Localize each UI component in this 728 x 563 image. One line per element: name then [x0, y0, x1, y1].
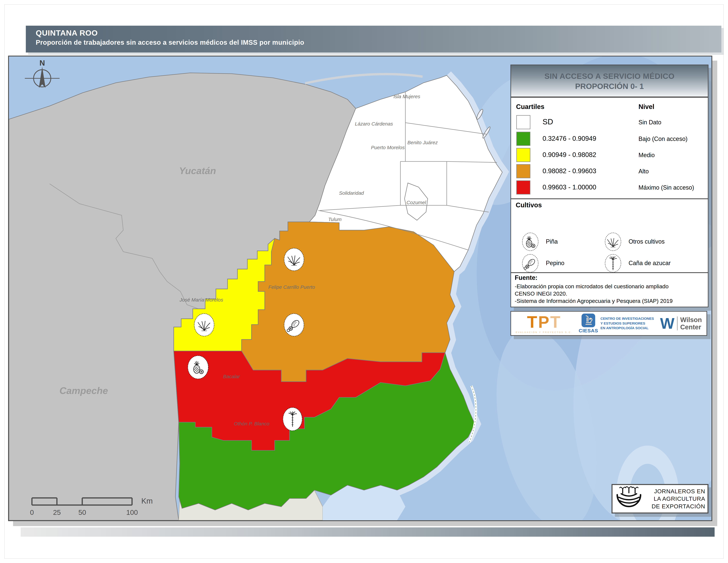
- muni-label-jose-maria-morelos: José María Morelos: [179, 297, 223, 303]
- other-crops-icon: [284, 248, 304, 271]
- wilson-line: Center: [680, 324, 702, 331]
- page-subtitle: Proporción de trabajadores sin acceso a …: [26, 37, 721, 46]
- divider: [511, 272, 708, 273]
- muni-label-tulum: Tulum: [328, 216, 341, 222]
- legend-level: Bajo (Con acceso): [638, 135, 687, 142]
- muni-label-isla-mujeres: Isla Mujeres: [393, 94, 420, 99]
- wilson-monogram: W: [660, 316, 674, 331]
- muni-label-cozumel: Cozumel: [407, 200, 426, 205]
- cultivo-label-pina: Piña: [546, 238, 558, 245]
- other-crops-icon: [604, 232, 622, 251]
- page-title: QUINTANA ROO: [26, 26, 721, 37]
- muni-label-benito-juarez: Benito Juárez: [407, 140, 438, 145]
- muni-label-felipe-carrillo-puerto: Felipe Carrillo Puerto: [268, 284, 315, 290]
- legend-range: 0.90949 - 0.98082: [543, 151, 596, 158]
- swatch-sd: [516, 115, 531, 129]
- cucumber-icon: [284, 314, 304, 336]
- legend-title-line1: SIN ACCESO A SERVICIO MÉDICO: [511, 71, 708, 81]
- legend-range: SD: [543, 117, 553, 126]
- cultivo-label-cana: Caña de azucar: [629, 259, 671, 266]
- cucumber-icon: [521, 254, 540, 272]
- wilson-text: Wilson Center: [680, 316, 702, 331]
- swatch-medio: [516, 148, 531, 162]
- cultivo-label-otros: Otros cultivos: [629, 238, 665, 245]
- fuente-line: -Elaboración propia con microdatos del c…: [515, 283, 669, 290]
- muni-label-puerto-morelos: Puerto Morelos: [371, 145, 405, 150]
- pineapple-icon: [188, 356, 208, 379]
- legend-range: 0.32476 - 0.90949: [543, 135, 596, 142]
- ciesas-logo: CIESAS CENTRO DE INVESTIGACIONES Y ESTUD…: [579, 313, 654, 334]
- wilson-center-logo: W Wilson Center: [660, 316, 702, 331]
- title-bar: QUINTANA ROO Proporción de trabajadores …: [26, 26, 721, 52]
- divider: [511, 198, 708, 199]
- jornaleros-line: LA AGRICULTURA: [645, 495, 705, 503]
- cultivo-label-pepino: Pepino: [546, 259, 564, 266]
- jornaleros-logo-box: JORNALEROS EN LA AGRICULTURA DE EXPORTAC…: [612, 484, 708, 514]
- cultivos-row-1: Piña Otros cultivos: [511, 232, 708, 252]
- scale-tick-0: 0: [30, 509, 34, 516]
- muni-label-solidaridad: Solidaridad: [339, 190, 364, 196]
- legend-level: Alto: [638, 168, 649, 175]
- ciesas-line: Y ESTUDIOS SUPERIORES: [600, 321, 654, 326]
- legend-row-sd: SD Sin Dato: [511, 115, 708, 130]
- fuente-title: Fuente:: [515, 274, 537, 282]
- other-crops-icon: [194, 314, 214, 336]
- legend-range: 0.99603 - 1.00000: [543, 183, 596, 191]
- legend-level: Medio: [638, 152, 655, 159]
- ciesas-icon: [581, 313, 595, 328]
- swatch-alto: [516, 164, 531, 178]
- jornaleros-text: JORNALEROS EN LA AGRICULTURA DE EXPORTAC…: [645, 488, 705, 510]
- cultivos-title: Cultivos: [516, 201, 542, 209]
- tpt-logo: TPT EVALUACIÓN Y PROYECTOS S.C.: [516, 314, 573, 333]
- ciesas-line: CENTRO DE INVESTIGACIONES: [600, 316, 654, 321]
- bottom-gradient-bar: [21, 527, 715, 537]
- jornaleros-field-icon: [615, 486, 643, 511]
- legend-col-level: Nivel: [638, 103, 654, 110]
- muni-label-lazaro-cardenas: Lázaro Cárdenas: [355, 121, 393, 126]
- swatch-maximo: [516, 180, 531, 195]
- logos-box: TPT EVALUACIÓN Y PROYECTOS S.C. CIESAS C…: [510, 311, 707, 336]
- ciesas-text: CENTRO DE INVESTIGACIONES Y ESTUDIOS SUP…: [600, 316, 654, 330]
- swatch-bajo: [516, 131, 531, 146]
- scale-tick-50: 50: [78, 509, 86, 516]
- state-label-yucatan: Yucatán: [179, 165, 216, 176]
- pineapple-icon: [521, 232, 540, 251]
- wilson-line: Wilson: [680, 316, 702, 324]
- divider: [677, 317, 678, 330]
- ciesas-mark: CIESAS: [579, 313, 598, 334]
- muni-label-bacalar: Bacalar: [223, 374, 240, 379]
- sugarcane-icon: [604, 254, 622, 272]
- scale-unit: Km: [141, 497, 153, 505]
- legend-header: SIN ACCESO A SERVICIO MÉDICO PROPORCIÓN …: [511, 65, 708, 98]
- tpt-letters: TPT: [527, 314, 561, 330]
- jornaleros-line: DE EXPORTACIÓN: [645, 503, 705, 510]
- fuente-line: CENSO INEGI 2020.: [515, 291, 567, 297]
- scale-tick-25: 25: [53, 509, 61, 516]
- legend-row-maximo: 0.99603 - 1.00000 Máximo (Sin acceso): [511, 180, 708, 196]
- ciesas-acronym: CIESAS: [579, 328, 598, 334]
- legend-col-quartiles: Cuartiles: [516, 103, 544, 110]
- sugarcane-icon: [283, 408, 302, 431]
- legend-panel: SIN ACCESO A SERVICIO MÉDICO PROPORCIÓN …: [510, 65, 708, 307]
- ciesas-line: EN ANTROPOLOGÍA SOCIAL: [600, 326, 654, 330]
- legend-row-alto: 0.98082 - 0.99603 Alto: [511, 164, 708, 179]
- legend-level: Máximo (Sin acceso): [638, 184, 694, 191]
- legend-range: 0.98082 - 0.99603: [543, 167, 596, 175]
- muni-label-othon-p-blanco: Othón P. Blanco: [234, 421, 270, 426]
- legend-row-medio: 0.90949 - 0.98082 Medio: [511, 147, 708, 163]
- legend-level: Sin Dato: [638, 119, 661, 126]
- legend-row-bajo: 0.32476 - 0.90949 Bajo (Con acceso): [511, 131, 708, 147]
- state-label-campeche: Campeche: [59, 385, 108, 396]
- legend-title-line2: PROPORCIÓN 0- 1: [511, 82, 708, 91]
- north-label: N: [39, 59, 45, 67]
- tpt-subtext: EVALUACIÓN Y PROYECTOS S.C.: [516, 331, 573, 333]
- cultivos-row-2: Pepino Caña de azucar: [511, 254, 708, 274]
- scale-tick-100: 100: [126, 509, 138, 516]
- jornaleros-line: JORNALEROS EN: [645, 488, 705, 495]
- fuente-line: -Sistema de Información Agropecuaria y P…: [515, 298, 673, 304]
